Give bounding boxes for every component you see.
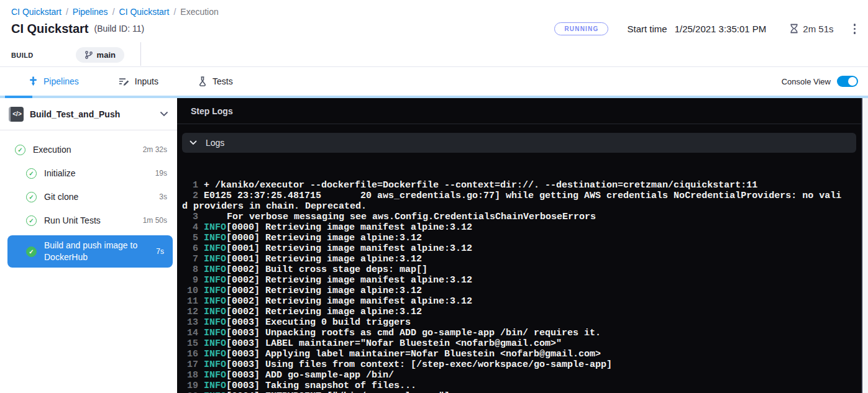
step-row[interactable]: ✓ Initialize 19s — [0, 161, 177, 185]
breadcrumb-separator: / — [173, 7, 176, 17]
log-line: 9INFO[0002] Retrieving image manifest al… — [182, 275, 844, 286]
log-line: 2E0125 23:37:25.481715 20 aws_credential… — [182, 191, 844, 212]
log-line: 15INFO[0003] LABEL maintainer="Nofar Blu… — [182, 338, 844, 349]
line-number: 7 — [182, 254, 198, 264]
log-level: INFO — [204, 359, 226, 370]
line-number: 12 — [182, 307, 198, 317]
logs-section-header[interactable]: Logs — [182, 133, 856, 153]
chevron-down-icon — [190, 140, 197, 145]
success-check-icon: ✓ — [26, 192, 37, 202]
build-label: BUILD — [11, 52, 34, 59]
log-level: INFO — [204, 317, 226, 328]
breadcrumb-separator: / — [112, 7, 115, 17]
log-text: [0003] LABEL maintainer="Nofar Bluestein… — [226, 338, 562, 349]
success-check-icon: ✓ — [26, 246, 37, 257]
chevron-down-icon[interactable] — [160, 111, 168, 117]
log-text: [0000] Retrieving image manifest alpine:… — [226, 222, 472, 233]
log-line: 17INFO[0003] Using files from context: [… — [182, 359, 844, 370]
log-line: 16INFO[0003] Applying label maintainer=N… — [182, 349, 844, 359]
start-time-value: 1/25/2021 3:35:01 PM — [675, 24, 767, 34]
log-text: [0002] Retrieving image manifest alpine:… — [226, 275, 472, 286]
log-line: 4INFO[0000] Retrieving image manifest al… — [182, 222, 844, 233]
breadcrumb: CI Quickstart / Pipelines / CI Quickstar… — [11, 7, 858, 17]
log-text: [0003] Using files from context: [/step-… — [226, 359, 612, 370]
logs-section-label: Logs — [206, 138, 224, 148]
console-view-toggle[interactable] — [837, 76, 858, 87]
breadcrumb-project[interactable]: CI Quickstart — [11, 7, 62, 17]
stage-header[interactable]: </> Build_Test_and_Push — [0, 98, 177, 130]
log-level: INFO — [204, 381, 226, 391]
step-duration: 19s — [155, 169, 167, 178]
console-log: 1+ /kaniko/executor --dockerfile=Dockerf… — [182, 159, 844, 393]
log-text: [0002] Built cross stage deps: map[] — [226, 264, 427, 275]
log-level: INFO — [204, 222, 226, 233]
line-number: 4 — [182, 222, 198, 233]
step-label: Build and push image to DockerHub — [44, 240, 151, 263]
line-number: 5 — [182, 233, 198, 243]
log-line: 10INFO[0002] Retrieving image alpine:3.1… — [182, 286, 844, 296]
step-duration: 7s — [156, 247, 164, 256]
log-line: 3 For verbose messaging see aws.Config.C… — [182, 212, 844, 222]
step-label: Execution — [33, 144, 138, 156]
status-badge: RUNNING — [554, 22, 608, 35]
tab-inputs[interactable]: Inputs — [119, 76, 158, 86]
log-level: INFO — [204, 296, 226, 307]
log-text: [0003] Applying label maintainer=Nofar B… — [226, 349, 601, 359]
flask-icon — [198, 76, 207, 86]
step-row[interactable]: ✓ Execution 2m 32s — [0, 138, 177, 161]
log-text: [0002] Retrieving image manifest alpine:… — [226, 296, 472, 307]
console-view-control: Console View — [782, 76, 858, 87]
code-icon: </> — [9, 107, 24, 122]
step-row[interactable]: ✓ Run Unit Tests 1m 50s — [0, 209, 177, 232]
step-label: Run Unit Tests — [44, 215, 138, 227]
execution-sidebar: </> Build_Test_and_Push ✓ Execution 2m 3… — [0, 98, 177, 393]
kebab-menu-icon[interactable] — [851, 21, 859, 37]
stage-name: Build_Test_and_Push — [30, 109, 160, 119]
branch-chip: main — [76, 47, 124, 63]
breadcrumb-pipelines[interactable]: Pipelines — [73, 7, 108, 17]
success-check-icon: ✓ — [26, 215, 37, 226]
line-number: 2 — [182, 191, 198, 201]
tab-pipelines[interactable]: Pipelines — [29, 76, 79, 86]
console-view-label: Console View — [782, 77, 831, 86]
log-text: [0003] Taking snapshot of files... — [226, 381, 416, 391]
tab-label: Inputs — [135, 76, 158, 86]
line-number: 1 — [182, 180, 198, 191]
log-level: INFO — [204, 233, 226, 243]
log-level: INFO — [204, 275, 226, 286]
line-number: 16 — [182, 349, 198, 359]
log-text: [0003] Unpacking rootfs as cmd ADD go-sa… — [226, 328, 601, 338]
step-logs-panel: Step Logs Logs 1+ /kaniko/executor --doc… — [177, 98, 861, 393]
tab-label: Pipelines — [43, 76, 79, 86]
step-row[interactable]: ✓ Build and push image to DockerHub 7s — [7, 235, 173, 268]
line-number: 6 — [182, 243, 198, 254]
execution-meta: RUNNING Start time 1/25/2021 3:35:01 PM … — [554, 21, 858, 37]
line-number: 10 — [182, 286, 198, 296]
log-level: INFO — [204, 264, 226, 275]
step-row[interactable]: ✓ Git clone 3s — [0, 185, 177, 209]
log-level: INFO — [204, 328, 226, 338]
breadcrumb-pipeline[interactable]: CI Quickstart — [119, 7, 170, 17]
step-list: ✓ Execution 2m 32s ✓ Initialize 19s ✓ Gi… — [0, 130, 177, 268]
log-text: [0001] Retrieving image alpine:3.12 — [226, 254, 422, 264]
build-row: BUILD main — [11, 45, 858, 66]
log-line: 7INFO[0001] Retrieving image alpine:3.12 — [182, 254, 844, 264]
line-number: 13 — [182, 317, 198, 328]
log-text: + /kaniko/executor --dockerfile=Dockerfi… — [204, 180, 757, 191]
breadcrumb-current: Execution — [180, 7, 218, 17]
tab-tests[interactable]: Tests — [198, 76, 233, 86]
build-id-label: (Build ID: 11) — [94, 24, 144, 34]
toggle-knob — [848, 77, 857, 86]
line-number: 14 — [182, 328, 198, 338]
log-level: INFO — [204, 338, 226, 349]
running-progress-bar — [0, 96, 868, 98]
log-level: INFO — [204, 243, 226, 254]
log-text: [0002] Retrieving image alpine:3.12 — [226, 307, 422, 317]
progress-segment — [5, 96, 32, 98]
line-number: 19 — [182, 381, 198, 391]
pipelines-icon — [29, 76, 38, 86]
log-line: 1+ /kaniko/executor --dockerfile=Dockerf… — [182, 180, 844, 191]
title-row: CI Quickstart (Build ID: 11) RUNNING Sta… — [11, 21, 858, 37]
log-line: 19INFO[0003] Taking snapshot of files... — [182, 381, 844, 391]
collapsed-panel-edge[interactable] — [861, 98, 868, 393]
